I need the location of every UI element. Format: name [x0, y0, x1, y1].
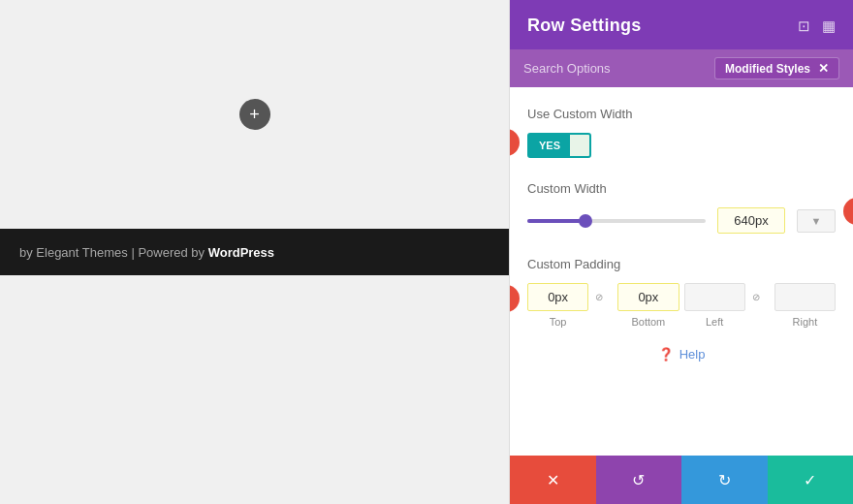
top-label: Top	[527, 316, 588, 328]
add-row-button[interactable]: +	[239, 99, 270, 130]
padding-bottom-input[interactable]	[617, 283, 679, 311]
modified-label: Modified Styles	[725, 62, 810, 76]
custom-padding-label: Custom Padding	[527, 257, 836, 271]
search-bar: Search Options Modified Styles ✕	[510, 49, 853, 87]
panel-footer: ✕ ↺ ↻ ✓	[510, 456, 853, 504]
panel-body: Use Custom Width 1 YES Custom Width	[510, 87, 853, 456]
width-unit-btn[interactable]: ▼	[797, 209, 836, 233]
canvas-below	[0, 275, 509, 504]
undo-button[interactable]: ↺	[596, 456, 682, 504]
bottom-label: Bottom	[617, 316, 679, 328]
padding-right-input[interactable]	[774, 283, 836, 311]
padding-left-input[interactable]	[684, 283, 745, 311]
panel-header: Row Settings ⊡ ▦	[510, 0, 853, 49]
settings-panel: Row Settings ⊡ ▦ Search Options Modified…	[509, 0, 853, 504]
left-right-link-icon[interactable]: ⊘	[750, 292, 770, 302]
redo-button[interactable]: ↻	[681, 456, 768, 504]
slider-row: 2 ▼	[527, 207, 836, 234]
width-input[interactable]	[717, 207, 785, 234]
search-options-label: Search Options	[523, 61, 611, 76]
panel-title: Row Settings	[527, 16, 642, 36]
slider-fill	[527, 219, 581, 223]
responsive-icon[interactable]: ⊡	[798, 17, 810, 35]
slider-wrapper	[527, 219, 706, 223]
step-badge-3: 3	[510, 285, 520, 312]
grid-icon[interactable]: ▦	[822, 17, 836, 35]
toggle-no-btn[interactable]	[570, 135, 589, 156]
custom-width-toggle[interactable]: YES	[527, 133, 591, 158]
help-row[interactable]: ❓ Help	[527, 347, 836, 362]
help-label: Help	[679, 347, 706, 362]
use-custom-width-section: Use Custom Width 1 YES	[527, 107, 836, 158]
cancel-button[interactable]: ✕	[510, 456, 596, 504]
custom-width-section: Custom Width 2 ▼	[527, 181, 836, 234]
footer-text: by Elegant Themes | Powered by WordPress	[19, 245, 274, 260]
padding-top-input[interactable]	[527, 283, 588, 311]
slider-thumb[interactable]	[579, 214, 592, 228]
modified-close-icon[interactable]: ✕	[818, 61, 829, 76]
left-label: Left	[684, 316, 745, 328]
step-badge-2: 2	[843, 198, 853, 225]
top-bottom-link-icon[interactable]: ⊘	[593, 292, 613, 302]
right-label: Right	[774, 316, 836, 328]
canvas-top: +	[0, 0, 509, 229]
step-badge-1: 1	[510, 129, 520, 156]
custom-padding-section: Custom Padding 3 ⊘ ⊘ Top Botto	[527, 257, 836, 328]
use-custom-width-label: Use Custom Width	[527, 107, 836, 121]
toggle-row: 1 YES	[527, 133, 836, 158]
panel-header-icons: ⊡ ▦	[798, 17, 836, 35]
toggle-yes-btn[interactable]: YES	[529, 135, 570, 156]
slider-track	[527, 219, 706, 223]
canvas-area: + by Elegant Themes | Powered by WordPre…	[0, 0, 509, 504]
help-icon: ❓	[658, 347, 674, 362]
canvas-footer: by Elegant Themes | Powered by WordPress	[0, 229, 509, 275]
custom-width-label: Custom Width	[527, 181, 836, 196]
modified-styles-badge[interactable]: Modified Styles ✕	[714, 57, 839, 79]
save-button[interactable]: ✓	[768, 456, 854, 504]
